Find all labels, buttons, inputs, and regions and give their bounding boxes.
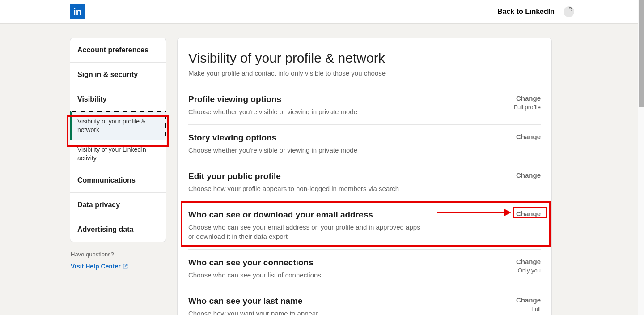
back-to-linkedin-link[interactable]: Back to LinkedIn [497, 8, 555, 16]
sidebar-item-data-privacy[interactable]: Data privacy [70, 193, 166, 217]
setting-who-can-see-last-name[interactable]: Who can see your last name Choose how yo… [188, 288, 541, 315]
help-link-label: Visit Help Center [71, 263, 121, 270]
scrollbar-track[interactable] [638, 0, 644, 315]
sidebar-item-account-preferences[interactable]: Account preferences [70, 38, 166, 63]
setting-title: Profile viewing options [188, 94, 503, 104]
linkedin-logo-icon[interactable]: in [70, 4, 85, 19]
setting-title: Edit your public profile [188, 171, 505, 181]
sidebar-card: Account preferences Sign in & security V… [70, 38, 166, 242]
setting-value: Full [516, 306, 541, 312]
change-link[interactable]: Change [516, 258, 541, 265]
setting-title: Who can see your last name [188, 296, 505, 306]
header-right: Back to LinkedIn [497, 6, 574, 17]
sidebar-item-communications[interactable]: Communications [70, 168, 166, 193]
sidebar-subitem-visibility-linkedin-activity[interactable]: Visibility of your LinkedIn activity [70, 140, 166, 168]
sidebar: Account preferences Sign in & security V… [70, 38, 166, 315]
change-link[interactable]: Change [516, 296, 541, 304]
sidebar-footer: Have questions? Visit Help Center [70, 251, 166, 270]
setting-who-can-see-email[interactable]: Who can see or download your email addre… [188, 201, 541, 249]
setting-value: Only you [516, 267, 541, 274]
sidebar-subitem-visibility-profile-network[interactable]: Visibility of your profile & network [70, 111, 166, 140]
page-subtitle: Make your profile and contact info only … [188, 69, 541, 77]
sidebar-item-sign-in-security[interactable]: Sign in & security [70, 63, 166, 87]
setting-desc: Choose how you want your name to appear [188, 309, 505, 315]
external-link-icon [123, 264, 128, 269]
visit-help-center-link[interactable]: Visit Help Center [71, 263, 128, 270]
setting-title: Who can see your connections [188, 258, 505, 268]
setting-desc: Choose who can see your email address on… [188, 222, 421, 241]
setting-who-can-see-connections[interactable]: Who can see your connections Choose who … [188, 249, 541, 288]
sidebar-item-advertising-data[interactable]: Advertising data [70, 217, 166, 242]
setting-desc: Choose who can see your list of connecti… [188, 270, 505, 280]
change-link[interactable]: Change [514, 94, 541, 102]
sidebar-footer-question: Have questions? [71, 251, 165, 258]
setting-value: Full profile [514, 104, 541, 111]
change-link[interactable]: Change [516, 210, 541, 217]
header: in Back to LinkedIn [0, 0, 644, 23]
main-panel: Visibility of your profile & network Mak… [177, 38, 552, 315]
setting-profile-viewing-options[interactable]: Profile viewing options Choose whether y… [188, 86, 541, 124]
page-title: Visibility of your profile & network [188, 51, 541, 66]
setting-title: Who can see or download your email addre… [188, 210, 421, 220]
container: Account preferences Sign in & security V… [0, 23, 644, 315]
setting-story-viewing-options[interactable]: Story viewing options Choose whether you… [188, 124, 541, 163]
scrollbar-thumb[interactable] [639, 0, 644, 107]
setting-desc: Choose whether you're visible or viewing… [188, 145, 505, 155]
setting-desc: Choose whether you're visible or viewing… [188, 107, 503, 116]
setting-title: Story viewing options [188, 133, 505, 143]
setting-edit-public-profile[interactable]: Edit your public profile Choose how your… [188, 163, 541, 201]
sidebar-item-visibility[interactable]: Visibility [70, 87, 166, 111]
change-link[interactable]: Change [516, 171, 541, 179]
change-link[interactable]: Change [516, 133, 541, 140]
setting-desc: Choose how your profile appears to non-l… [188, 184, 505, 193]
avatar[interactable] [564, 6, 574, 17]
